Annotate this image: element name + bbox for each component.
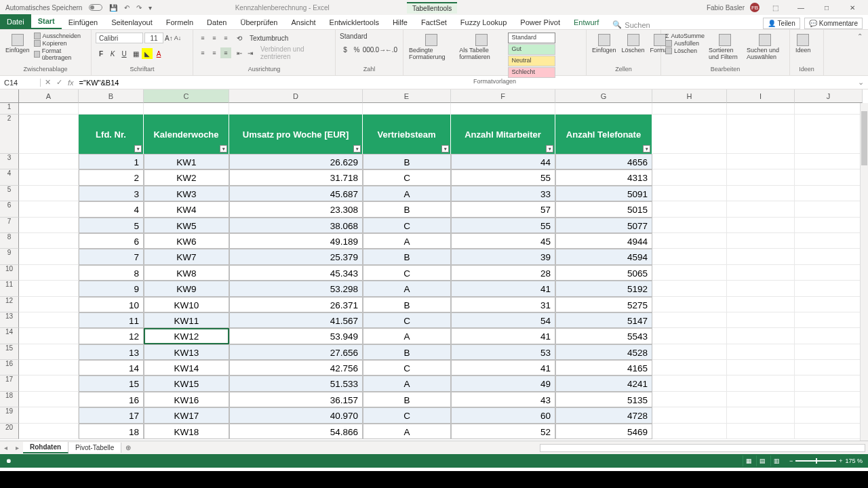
table-cell[interactable]: 1 — [79, 154, 144, 169]
cell[interactable] — [19, 265, 79, 281]
cell[interactable] — [652, 218, 727, 233]
column-header-C[interactable]: C — [144, 89, 229, 103]
row-header-11[interactable]: 11 — [0, 281, 19, 296]
row-header-5[interactable]: 5 — [0, 186, 19, 201]
table-cell[interactable]: 5015 — [555, 201, 652, 217]
cell[interactable] — [652, 169, 727, 185]
cell[interactable] — [652, 297, 727, 312]
cell[interactable] — [19, 375, 79, 391]
table-cell[interactable]: 26.371 — [229, 297, 363, 312]
table-cell[interactable]: 41 — [451, 360, 555, 375]
row-header-12[interactable]: 12 — [0, 297, 19, 312]
cell[interactable] — [727, 281, 795, 296]
table-cell[interactable]: 9 — [79, 281, 144, 296]
table-cell[interactable]: KW11 — [144, 312, 229, 328]
row-header-18[interactable]: 18 — [0, 392, 19, 407]
table-cell[interactable]: A — [363, 375, 451, 391]
insert-cells-button[interactable]: Einfügen — [591, 33, 618, 55]
ideas-button[interactable]: Ideen — [794, 33, 812, 55]
table-cell[interactable]: 49 — [451, 375, 555, 391]
sheet-nav-prev[interactable]: ◂ — [0, 444, 12, 451]
decrease-decimal-icon[interactable]: ←.0 — [386, 44, 397, 55]
cell[interactable] — [795, 218, 863, 233]
sort-filter-button[interactable]: Sortieren und Filtern — [707, 33, 743, 62]
cell[interactable] — [727, 407, 795, 423]
user-name[interactable]: Fabio Basler — [707, 4, 745, 12]
tab-ansicht[interactable]: Ansicht — [284, 16, 322, 29]
table-cell[interactable]: 54.866 — [229, 424, 363, 439]
number-format-selector[interactable]: Standard — [340, 33, 397, 40]
cell[interactable] — [795, 392, 863, 407]
row-header-13[interactable]: 13 — [0, 312, 19, 328]
cell[interactable] — [652, 407, 727, 423]
cell[interactable] — [795, 115, 863, 154]
cell[interactable] — [727, 201, 795, 217]
close-icon[interactable]: ✕ — [842, 4, 863, 12]
enter-fx-icon[interactable]: ✓ — [56, 78, 62, 87]
indent-decrease-icon[interactable]: ⇤ — [237, 49, 242, 57]
cell[interactable] — [795, 186, 863, 201]
delete-cells-button[interactable]: Löschen — [620, 33, 646, 55]
align-middle-icon[interactable]: ≡ — [209, 33, 220, 43]
table-cell[interactable]: A — [363, 233, 451, 249]
table-cell[interactable]: 31 — [451, 297, 555, 312]
table-cell[interactable]: 45.343 — [229, 265, 363, 281]
table-cell[interactable]: KW15 — [144, 375, 229, 391]
format-painter-button[interactable]: Format übertragen — [34, 47, 87, 61]
table-cell[interactable]: 4728 — [555, 407, 652, 423]
table-cell[interactable]: 53 — [451, 344, 555, 360]
table-cell[interactable]: 57 — [451, 201, 555, 217]
table-cell[interactable]: 5091 — [555, 186, 652, 201]
sheet-tab-pivot[interactable]: Pivot-Tabelle — [68, 443, 121, 453]
table-cell[interactable]: 10 — [79, 297, 144, 312]
filter-dropdown-tel[interactable]: ▾ — [643, 145, 650, 152]
maximize-icon[interactable]: □ — [816, 4, 837, 12]
formula-bar[interactable]: ="KW"&B14 — [79, 79, 119, 87]
cell[interactable] — [19, 312, 79, 328]
comments-button[interactable]: 💬Kommentare — [804, 18, 863, 29]
cell[interactable] — [652, 424, 727, 439]
zoom-slider[interactable] — [795, 460, 836, 462]
table-header-kw[interactable]: Kalenderwoche▾ — [144, 115, 229, 154]
table-cell[interactable]: KW3 — [144, 186, 229, 201]
table-cell[interactable]: 4313 — [555, 169, 652, 185]
cell[interactable] — [727, 115, 795, 154]
table-cell[interactable]: 4594 — [555, 249, 652, 264]
table-cell[interactable]: B — [363, 154, 451, 169]
cell[interactable] — [727, 360, 795, 375]
table-cell[interactable]: 4241 — [555, 375, 652, 391]
style-gut[interactable]: Gut — [508, 44, 555, 55]
table-cell[interactable]: 3 — [79, 186, 144, 201]
cell[interactable] — [652, 115, 727, 154]
cell[interactable] — [19, 218, 79, 233]
increase-font-icon[interactable]: A↑ — [165, 35, 173, 42]
wrap-text-button[interactable]: Textumbruch — [248, 35, 288, 42]
table-cell[interactable]: C — [363, 407, 451, 423]
table-cell[interactable]: 16 — [79, 392, 144, 407]
row-header-3[interactable]: 3 — [0, 154, 19, 169]
cell[interactable] — [19, 103, 79, 115]
table-cell[interactable]: 5192 — [555, 281, 652, 296]
fx-icon[interactable]: fx — [68, 79, 74, 87]
table-cell[interactable]: KW4 — [144, 201, 229, 217]
table-cell[interactable]: 15 — [79, 375, 144, 391]
cell[interactable] — [19, 233, 79, 249]
table-header-ma[interactable]: Anzahl Mitarbeiter▾ — [451, 115, 555, 154]
cell[interactable] — [451, 103, 555, 115]
table-cell[interactable]: 49.189 — [229, 233, 363, 249]
table-cell[interactable]: 5 — [79, 218, 144, 233]
row-header-1[interactable]: 1 — [0, 103, 19, 115]
filter-dropdown-kw[interactable]: ▾ — [220, 145, 227, 152]
tab-uberprufen[interactable]: Überprüfen — [233, 16, 284, 29]
table-cell[interactable]: 51.533 — [229, 375, 363, 391]
cell[interactable] — [79, 103, 144, 115]
cell[interactable] — [19, 169, 79, 185]
merge-button[interactable]: Verbinden und zentrieren — [258, 45, 331, 60]
conditional-formatting-button[interactable]: Bedingte Formatierung — [408, 33, 455, 62]
cell[interactable] — [19, 154, 79, 169]
table-cell[interactable]: 45 — [451, 233, 555, 249]
table-cell[interactable]: 60 — [451, 407, 555, 423]
table-cell[interactable]: 23.308 — [229, 201, 363, 217]
cell[interactable] — [652, 154, 727, 169]
tab-einfugen[interactable]: Einfügen — [62, 16, 104, 29]
